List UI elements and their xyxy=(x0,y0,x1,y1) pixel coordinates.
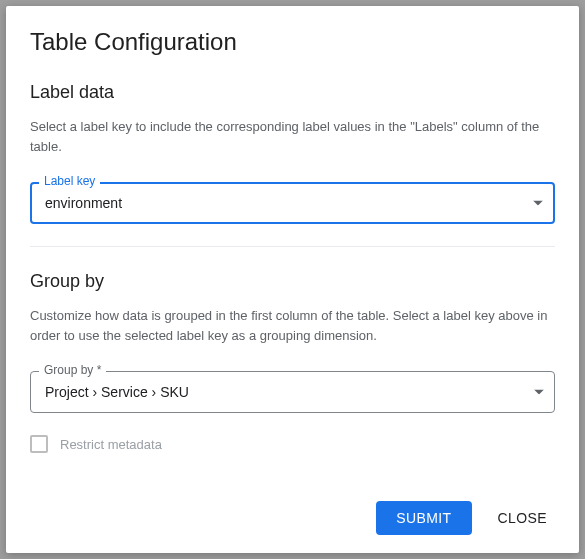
restrict-metadata-checkbox[interactable] xyxy=(30,435,48,453)
label-data-description: Select a label key to include the corres… xyxy=(30,117,555,156)
group-by-field: Group by * Project › Service › SKU xyxy=(30,371,555,413)
close-button[interactable]: Close xyxy=(490,501,555,535)
dialog-actions: Submit Close xyxy=(6,487,579,553)
group-by-field-label: Group by * xyxy=(39,363,106,377)
dialog-title: Table Configuration xyxy=(30,28,555,56)
group-by-heading: Group by xyxy=(30,271,555,292)
label-data-heading: Label data xyxy=(30,82,555,103)
restrict-metadata-label: Restrict metadata xyxy=(60,437,162,452)
label-key-select[interactable]: environment xyxy=(30,182,555,224)
group-by-value: Project › Service › SKU xyxy=(45,384,189,400)
label-key-value: environment xyxy=(45,195,122,211)
chevron-down-icon xyxy=(533,201,543,206)
submit-button[interactable]: Submit xyxy=(376,501,471,535)
group-by-description: Customize how data is grouped in the fir… xyxy=(30,306,555,345)
chevron-down-icon xyxy=(534,390,544,395)
label-key-field: Label key environment xyxy=(30,182,555,224)
restrict-metadata-row: Restrict metadata xyxy=(30,435,555,453)
section-divider xyxy=(30,246,555,247)
group-by-select[interactable]: Project › Service › SKU xyxy=(30,371,555,413)
dialog-body: Table Configuration Label data Select a … xyxy=(6,6,579,487)
label-key-field-label: Label key xyxy=(39,174,100,188)
table-configuration-dialog: Table Configuration Label data Select a … xyxy=(6,6,579,553)
